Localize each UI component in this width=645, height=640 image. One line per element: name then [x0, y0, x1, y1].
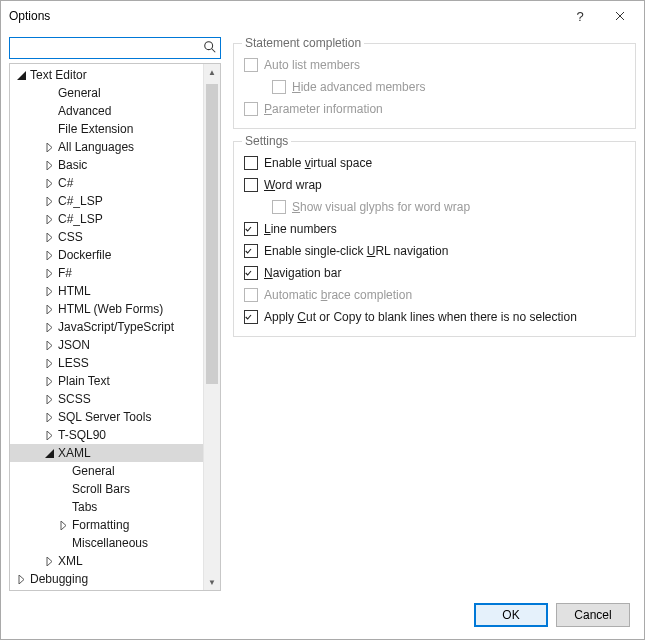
ok-button[interactable]: OK: [474, 603, 548, 627]
nav-bar-checkbox[interactable]: [244, 266, 258, 280]
tree-item[interactable]: Scroll Bars: [10, 480, 203, 498]
tree-item-label: Advanced: [57, 104, 111, 118]
tree-item[interactable]: Plain Text: [10, 372, 203, 390]
search-icon[interactable]: [203, 40, 217, 54]
word-wrap-checkbox[interactable]: [244, 178, 258, 192]
tree-item[interactable]: C#_LSP: [10, 192, 203, 210]
scroll-down-arrow[interactable]: ▼: [204, 574, 220, 590]
tree-item-label: Plain Text: [57, 374, 110, 388]
auto-list-row: Auto list members: [244, 54, 625, 76]
tree-item[interactable]: T-SQL90: [10, 426, 203, 444]
tree-item-label: C#_LSP: [57, 194, 103, 208]
expand-icon[interactable]: [42, 392, 56, 406]
tree-item-label: General: [57, 86, 101, 100]
tree-item[interactable]: Advanced: [10, 102, 203, 120]
virtual-space-label: Enable virtual space: [264, 156, 372, 170]
expand-icon[interactable]: [42, 176, 56, 190]
collapse-icon[interactable]: [14, 68, 28, 82]
expand-icon[interactable]: [42, 140, 56, 154]
tree-item[interactable]: General: [10, 462, 203, 480]
expand-icon[interactable]: [42, 554, 56, 568]
cut-copy-blank-label: Apply Cut or Copy to blank lines when th…: [264, 310, 577, 324]
tree-item-label: Text Editor: [29, 68, 87, 82]
help-button[interactable]: ?: [560, 3, 600, 29]
tree-item[interactable]: SCSS: [10, 390, 203, 408]
expand-icon[interactable]: [42, 266, 56, 280]
scroll-thumb[interactable]: [206, 84, 218, 384]
tree-item[interactable]: LESS: [10, 354, 203, 372]
tree-item[interactable]: SQL Server Tools: [10, 408, 203, 426]
expand-icon[interactable]: [42, 230, 56, 244]
expand-icon[interactable]: [42, 374, 56, 388]
tree-item[interactable]: Dockerfile: [10, 246, 203, 264]
nav-bar-row[interactable]: Navigation bar: [244, 262, 625, 284]
expand-icon[interactable]: [42, 302, 56, 316]
settings-panel: Statement completion Auto list members H…: [233, 37, 636, 591]
tree-item[interactable]: Tabs: [10, 498, 203, 516]
tree-item-label: JSON: [57, 338, 90, 352]
tree-item[interactable]: Performance Tools: [10, 588, 203, 590]
expand-icon[interactable]: [56, 518, 70, 532]
line-numbers-checkbox[interactable]: [244, 222, 258, 236]
tree-item[interactable]: Debugging: [10, 570, 203, 588]
param-info-label: Parameter information: [264, 102, 383, 116]
glyphs-row: Show visual glyphs for word wrap: [244, 196, 625, 218]
close-button[interactable]: [600, 3, 640, 29]
tree-item[interactable]: Miscellaneous: [10, 534, 203, 552]
statement-completion-group: Statement completion Auto list members H…: [233, 43, 636, 129]
tree-item[interactable]: F#: [10, 264, 203, 282]
search-wrapper: [9, 37, 221, 59]
tree-item[interactable]: File Extension: [10, 120, 203, 138]
word-wrap-row[interactable]: Word wrap: [244, 174, 625, 196]
tree-item[interactable]: Formatting: [10, 516, 203, 534]
expand-icon[interactable]: [42, 338, 56, 352]
expand-icon[interactable]: [42, 428, 56, 442]
tree-item-label: Formatting: [71, 518, 129, 532]
single-click-url-row[interactable]: Enable single-click URL navigation: [244, 240, 625, 262]
scroll-up-arrow[interactable]: ▲: [204, 64, 220, 80]
tree-item[interactable]: HTML (Web Forms): [10, 300, 203, 318]
tree-item[interactable]: General: [10, 84, 203, 102]
tree-item-label: XAML: [57, 446, 91, 460]
tree-item[interactable]: CSS: [10, 228, 203, 246]
tree-item-label: Miscellaneous: [71, 536, 148, 550]
cancel-button[interactable]: Cancel: [556, 603, 630, 627]
navigation-tree[interactable]: Text EditorGeneralAdvancedFile Extension…: [10, 64, 203, 590]
expand-icon[interactable]: [42, 194, 56, 208]
tree-item[interactable]: JavaScript/TypeScript: [10, 318, 203, 336]
tree-item-label: General: [71, 464, 115, 478]
expand-icon[interactable]: [42, 248, 56, 262]
tree-item-label: All Languages: [57, 140, 134, 154]
tree-item[interactable]: HTML: [10, 282, 203, 300]
virtual-space-checkbox[interactable]: [244, 156, 258, 170]
tree-item[interactable]: Basic: [10, 156, 203, 174]
tree-item[interactable]: JSON: [10, 336, 203, 354]
tree-item-label: Dockerfile: [57, 248, 111, 262]
cut-copy-blank-row[interactable]: Apply Cut or Copy to blank lines when th…: [244, 306, 625, 328]
tree-item[interactable]: C#: [10, 174, 203, 192]
cut-copy-blank-checkbox[interactable]: [244, 310, 258, 324]
tree-item[interactable]: Text Editor: [10, 66, 203, 84]
hide-advanced-label: Hide advanced members: [292, 80, 425, 94]
expand-icon[interactable]: [42, 212, 56, 226]
search-input[interactable]: [9, 37, 221, 59]
expand-icon[interactable]: [42, 320, 56, 334]
tree-container: Text EditorGeneralAdvancedFile Extension…: [9, 63, 221, 591]
tree-scrollbar[interactable]: ▲ ▼: [203, 64, 220, 590]
expand-icon[interactable]: [42, 158, 56, 172]
collapse-icon[interactable]: [42, 446, 56, 460]
tree-item[interactable]: XAML: [10, 444, 203, 462]
expand-icon[interactable]: [42, 410, 56, 424]
expand-icon[interactable]: [14, 572, 28, 586]
line-numbers-row[interactable]: Line numbers: [244, 218, 625, 240]
tree-item[interactable]: XML: [10, 552, 203, 570]
single-click-url-checkbox[interactable]: [244, 244, 258, 258]
nav-bar-label: Navigation bar: [264, 266, 341, 280]
virtual-space-row[interactable]: Enable virtual space: [244, 152, 625, 174]
tree-item[interactable]: All Languages: [10, 138, 203, 156]
titlebar: Options ?: [1, 1, 644, 31]
expand-icon[interactable]: [42, 284, 56, 298]
tree-item-label: HTML (Web Forms): [57, 302, 163, 316]
tree-item[interactable]: C#_LSP: [10, 210, 203, 228]
expand-icon[interactable]: [42, 356, 56, 370]
